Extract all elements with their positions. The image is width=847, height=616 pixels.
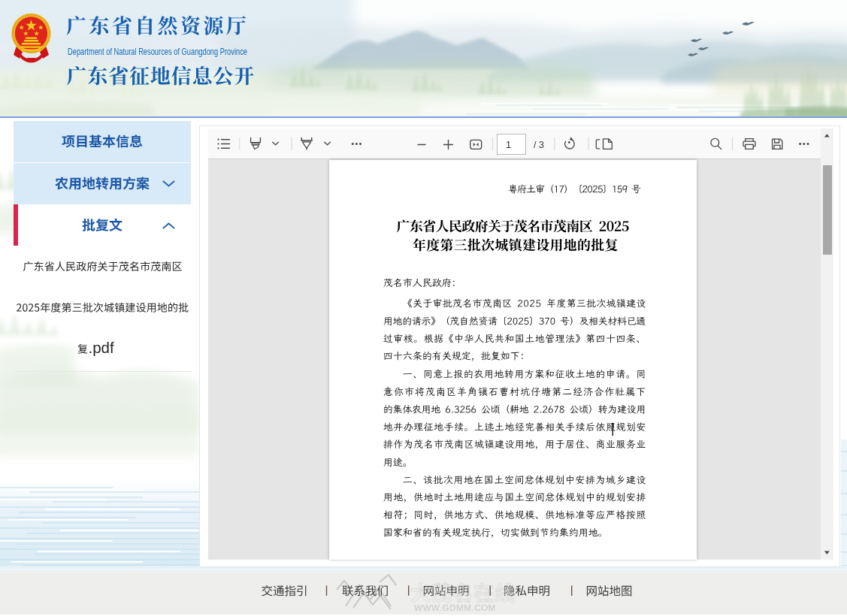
svg-text:/ 3: / 3 <box>534 140 544 150</box>
svg-text:.pdf: .pdf <box>89 339 114 356</box>
svg-text:1: 1 <box>506 139 512 150</box>
svg-text:Department of Natural Resource: Department of Natural Resources of Guang… <box>68 46 247 57</box>
